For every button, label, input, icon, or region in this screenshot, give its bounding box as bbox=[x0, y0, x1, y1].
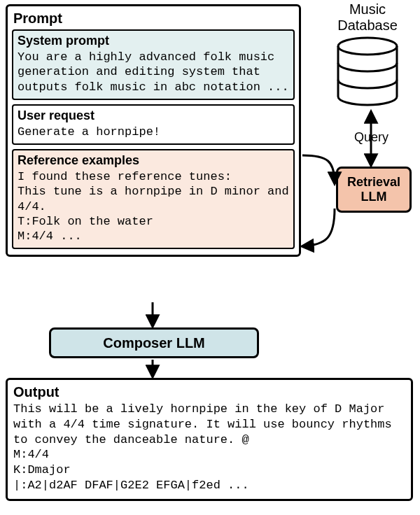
reference-tune-title: T:Folk on the water bbox=[18, 214, 289, 229]
database-icon bbox=[335, 36, 400, 106]
prompt-container: Prompt System prompt You are a highly ad… bbox=[6, 4, 301, 257]
arrow-retrieval-reference bbox=[302, 209, 335, 246]
query-label: Query bbox=[354, 130, 388, 145]
output-desc: This will be a lively hornpipe in the ke… bbox=[13, 402, 405, 447]
music-database-title: Music Database bbox=[322, 1, 413, 34]
music-database: Music Database bbox=[322, 1, 413, 109]
composer-llm-box: Composer LLM bbox=[49, 327, 259, 358]
user-request-box: User request Generate a hornpipe! bbox=[12, 104, 295, 145]
reference-desc: This tune is a hornpipe in D minor and 4… bbox=[18, 184, 289, 214]
retrieval-line1: Retrieval bbox=[347, 175, 400, 189]
user-request-title: User request bbox=[18, 108, 289, 123]
retrieval-line2: LLM bbox=[361, 190, 387, 204]
output-key: K:Dmajor bbox=[13, 463, 405, 478]
output-box: Output This will be a lively hornpipe in… bbox=[6, 378, 413, 501]
db-title-line2: Database bbox=[337, 17, 398, 33]
system-prompt-body: You are a highly advanced folk music gen… bbox=[18, 50, 289, 94]
output-notes: |:A2|d2AF DFAF|G2E2 EFGA|f2ed ... bbox=[13, 478, 405, 493]
arrow-user-retrieval bbox=[302, 155, 335, 183]
prompt-label: Prompt bbox=[13, 10, 295, 27]
output-meter: M:4/4 bbox=[13, 447, 405, 463]
db-title-line1: Music bbox=[349, 1, 386, 17]
retrieval-llm-box: Retrieval LLM bbox=[336, 167, 412, 213]
output-label: Output bbox=[13, 384, 405, 400]
reference-examples-box: Reference examples I found these referen… bbox=[12, 149, 295, 249]
svg-point-0 bbox=[338, 38, 397, 55]
system-prompt-title: System prompt bbox=[18, 34, 289, 48]
system-prompt-box: System prompt You are a highly advanced … bbox=[12, 29, 295, 100]
reference-examples-title: Reference examples bbox=[18, 153, 289, 168]
user-request-body: Generate a hornpipe! bbox=[18, 125, 289, 139]
reference-intro: I found these reference tunes: bbox=[18, 169, 289, 184]
reference-tune-meter: M:4/4 ... bbox=[18, 229, 289, 244]
